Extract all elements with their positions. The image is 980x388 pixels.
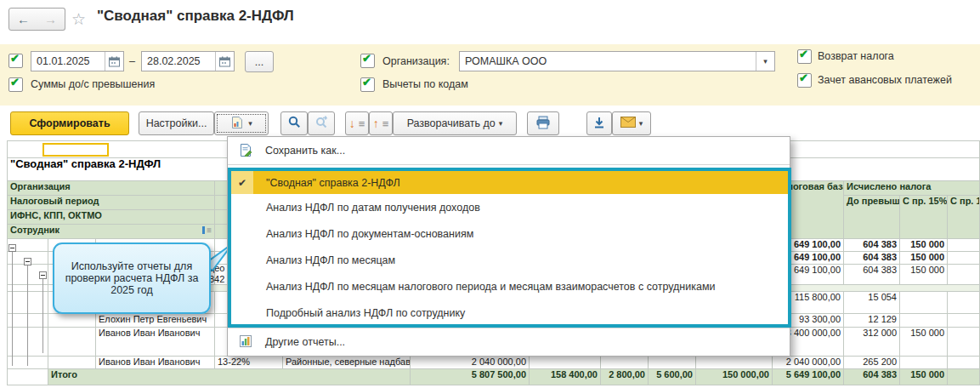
employee-name: Елохин Петр Евгеньевич — [96, 314, 215, 328]
chart-report-icon — [239, 334, 252, 351]
save-file-button[interactable] — [586, 111, 612, 135]
menu-separator — [228, 164, 790, 165]
header-tax-period: Налоговый период — [8, 196, 215, 210]
menu-item-variant[interactable]: Анализ НДФЛ по документам-основаниям — [231, 220, 788, 247]
menu-item-variant[interactable]: Анализ НДФЛ по месяцам — [231, 247, 788, 273]
header-over-15: С пр. 15% — [900, 196, 948, 239]
tree-collapse-toggle[interactable] — [39, 271, 47, 279]
income-type: Районные, северные надбавки — [283, 357, 411, 369]
deduction-codes-label: Вычеты по кодам — [382, 78, 468, 90]
envelope-icon — [620, 117, 636, 130]
header-before-excess: До превыш. — [844, 196, 900, 239]
calendar-icon[interactable] — [215, 52, 234, 71]
total-row: Итого 5 807 500,00 158 400,00 2 800,00 5… — [8, 369, 980, 385]
employee-name: Иванов Иван Иванович — [96, 328, 215, 357]
advance-offset-label: Зачет авансовых платежей — [818, 74, 952, 86]
tree-line — [27, 265, 28, 366]
tax-refund-label: Возврат налога — [818, 50, 894, 62]
period-to-input[interactable]: 28.02.2025 — [141, 51, 235, 71]
app-window: ← → ☆ "Сводная" справка 2-НДФЛ 01.01.202… — [0, 0, 980, 388]
period-to-value: 28.02.2025 — [142, 55, 215, 67]
tree-line — [12, 252, 13, 366]
tree-collapse-toggle[interactable] — [24, 258, 31, 265]
favorite-star-icon[interactable]: ☆ — [71, 9, 86, 29]
report-variants-menu: Сохранить как... ✔ "Сводная" справка 2-Н… — [227, 136, 790, 357]
tax-refund-checkbox[interactable] — [797, 49, 812, 64]
find-next-icon — [315, 116, 328, 131]
menu-item-save-as[interactable]: Сохранить как... — [228, 137, 790, 164]
menu-item-other-reports[interactable]: Другие отчеты... — [228, 328, 790, 356]
advance-offset-checkbox[interactable] — [797, 73, 812, 88]
expand-arrow-icon: ↓ — [349, 117, 355, 129]
menu-item-variant-selected[interactable]: ✔ "Сводная" справка 2-НДФЛ — [231, 171, 788, 194]
page-title: "Сводная" справка 2-НДФЛ — [97, 8, 294, 25]
chevron-down-icon[interactable]: ▾ — [756, 52, 774, 71]
check-icon: ✔ — [231, 171, 253, 194]
header-organization: Организация — [8, 181, 215, 196]
chevron-down-icon: ▾ — [248, 119, 252, 128]
back-button[interactable]: ← — [8, 8, 38, 31]
collapse-all-button[interactable]: ↑≡ — [369, 111, 393, 135]
total-label: Итого — [48, 369, 411, 385]
organization-checkbox[interactable] — [360, 54, 375, 68]
organization-input[interactable]: РОМАШКА ООО ▾ — [459, 51, 775, 71]
list-lines-icon: ≡ — [359, 118, 365, 129]
tree-collapse-toggle[interactable] — [8, 244, 16, 252]
clipped-cell-text: 842 — [209, 274, 224, 284]
organization-value: РОМАШКА ООО — [460, 55, 756, 67]
expand-to-button[interactable]: Разворачивать до▾ — [393, 111, 517, 135]
sort-icon[interactable]: ≡ — [202, 226, 212, 234]
send-email-button[interactable]: ▾ — [612, 111, 651, 135]
header-employee: Сотрудник≡ — [8, 225, 215, 239]
header-ifns: ИФНС, КПП, ОКТМО — [8, 210, 215, 225]
find-next-button[interactable] — [308, 111, 335, 135]
collapse-arrow-icon: ↑ — [373, 117, 379, 129]
chevron-down-icon: ▾ — [639, 119, 643, 128]
callout-bubble: Используйте отчеты для проверки расчета … — [53, 242, 211, 314]
list-lines-icon: ≡ — [382, 118, 389, 129]
period-checkbox[interactable] — [8, 54, 23, 68]
forward-button[interactable]: → — [37, 8, 65, 31]
table-left-border — [7, 238, 8, 385]
excess-sums-label: Суммы до/с превышения — [31, 78, 155, 90]
excess-sums-checkbox[interactable] — [8, 77, 23, 92]
menu-item-variant[interactable]: Подробный анализ НДФЛ по сотруднику — [231, 300, 788, 326]
report-variant-icon — [230, 116, 245, 132]
tree-line — [42, 279, 43, 353]
save-as-icon — [239, 143, 252, 159]
report-variants-button[interactable]: ▾ — [214, 111, 269, 135]
employee-name: Иванов Иван Иванович — [96, 357, 215, 369]
period-more-button[interactable]: ... — [245, 51, 274, 72]
menu-item-variant[interactable]: Анализ НДФЛ по датам получения доходов — [231, 194, 788, 220]
header-over-18: С пр. 18% — [948, 196, 980, 239]
calendar-icon[interactable] — [105, 52, 123, 71]
selected-cell-indicator — [42, 143, 109, 157]
generate-button[interactable]: Сформировать — [10, 111, 129, 135]
settings-button[interactable]: Настройки... — [139, 111, 214, 135]
period-dash: – — [129, 55, 135, 67]
printer-icon — [535, 116, 551, 132]
tax-rate: 13-22% — [215, 357, 283, 369]
header-calculated-tax: Исчислено налога — [844, 181, 980, 196]
organization-label: Организация: — [382, 55, 450, 67]
forward-arrow-icon: → — [44, 12, 57, 26]
chevron-down-icon: ▾ — [499, 119, 503, 128]
table-row: Иванов Иван Иванович 13-22% Районные, се… — [8, 357, 980, 369]
expand-all-button[interactable]: ↓≡ — [345, 111, 369, 135]
print-button[interactable] — [527, 111, 559, 135]
download-icon — [593, 117, 605, 131]
highlight-frame: ✔ "Сводная" справка 2-НДФЛ Анализ НДФЛ п… — [228, 168, 791, 328]
period-from-value: 01.01.2025 — [31, 55, 105, 67]
deduction-codes-checkbox[interactable] — [360, 77, 375, 92]
period-from-input[interactable]: 01.01.2025 — [31, 51, 124, 71]
back-arrow-icon: ← — [17, 12, 30, 26]
search-button[interactable] — [280, 111, 308, 135]
menu-item-variant[interactable]: Анализ НДФЛ по месяцам налогового период… — [231, 273, 788, 300]
search-icon — [288, 116, 301, 131]
